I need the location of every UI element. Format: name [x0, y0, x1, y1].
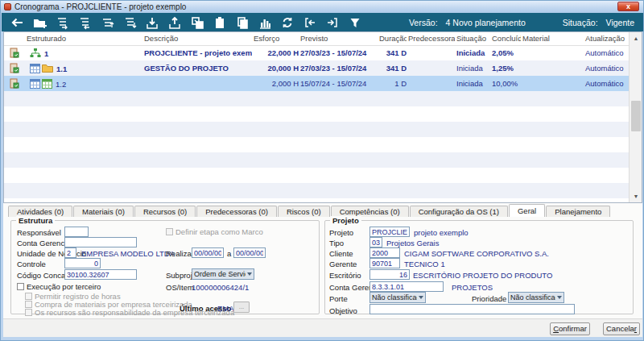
export-icon[interactable] [164, 15, 185, 31]
tab-geral[interactable]: Geral [509, 204, 545, 217]
column-header-previsto[interactable]: Previsto [299, 32, 378, 45]
outline-move-up-icon[interactable] [97, 15, 118, 31]
tab-configura-o-da-os-1[interactable]: Configuração da OS (1) [410, 206, 508, 217]
filter-icon[interactable] [345, 15, 365, 31]
tipo-label: Tipo [329, 239, 344, 247]
escritorio-name: ESCRITÓRIO PROJETO DO PRODUTO [413, 271, 552, 280]
cell-descricao: GESTÃO DO PROJETO [142, 60, 252, 76]
cell-predecessoras [407, 76, 455, 91]
empty-row [4, 183, 629, 198]
chevron-down-icon [247, 272, 252, 276]
gerente-input[interactable] [369, 258, 400, 268]
confirmar-button[interactable]: Confirmar [550, 322, 590, 335]
browse-button[interactable]: ... [233, 301, 250, 313]
tab-predecessoras-0[interactable]: Predecessoras (0) [196, 206, 277, 217]
empty-row [4, 106, 629, 122]
column-header-dura-o[interactable]: Duração [378, 32, 407, 45]
empty-row [4, 152, 629, 168]
cell-situacao: Iniciada [455, 76, 490, 91]
vertical-scrollbar[interactable]: ▲ ▼ [629, 32, 642, 202]
table-row[interactable]: 1.22,000 H15/07/24 - 15/07/241 DIniciada… [4, 76, 629, 91]
cell-duracao: 341 D [378, 60, 407, 76]
realizado-from-input[interactable] [192, 247, 224, 258]
column-header-conclu-do[interactable]: Concluído [490, 32, 521, 45]
tab-materiais-0[interactable]: Materiais (0) [73, 206, 134, 217]
column-header-situa-o[interactable]: Situação [455, 32, 490, 45]
table-row[interactable]: 1PROJCLIENTE - projeto exemplo22,000 H27… [4, 45, 629, 60]
tab-riscos-0[interactable]: Riscos (0) [278, 206, 330, 217]
controle-input[interactable] [64, 258, 101, 268]
cell-material [521, 45, 584, 60]
porte-select[interactable]: Não classificado [369, 292, 426, 303]
column-header-descri-o[interactable]: Descrição [142, 32, 252, 45]
realizado-to-input[interactable] [233, 247, 266, 258]
column-header-estruturado[interactable]: Estruturado [25, 32, 142, 45]
cell-esforco: 22,000 H [252, 45, 299, 60]
scroll-up-icon[interactable]: ▲ [630, 32, 642, 44]
responsavel-input[interactable] [64, 227, 89, 237]
os-item-value: 100000006424/1 [192, 283, 249, 292]
projeto-name: projeto exemplo [414, 228, 469, 237]
prioridade-label: Prioridade [472, 294, 506, 303]
gantt-chart-icon[interactable] [254, 15, 275, 31]
escritorio-input[interactable] [369, 269, 410, 280]
unidade-negocio-input[interactable] [64, 247, 76, 258]
close-button[interactable]: x [617, 2, 639, 11]
outline-indent-icon[interactable] [52, 15, 72, 31]
outline-move-down-icon[interactable] [119, 15, 140, 31]
copy-icon[interactable] [232, 15, 253, 31]
cancelar-button[interactable]: Cancelar [603, 322, 640, 335]
projeto-input[interactable] [369, 227, 410, 237]
import-icon[interactable] [142, 15, 163, 31]
tipo-input[interactable] [369, 237, 382, 247]
sitemap-icon [30, 48, 41, 58]
cell-estruturado: 1.2 [25, 76, 142, 91]
outline-outdent-icon[interactable] [74, 15, 95, 31]
codigo-concatenado-input[interactable] [64, 269, 137, 280]
collapse-level-icon[interactable] [299, 15, 320, 31]
cell-concluido: 1,25% [490, 60, 521, 76]
empty-row [4, 137, 629, 152]
add-stage-icon[interactable] [29, 15, 50, 31]
schedule-grid: EstruturadoDescriçãoEsforçoPrevistoDuraç… [3, 31, 642, 203]
projeto-group-title: Projeto [330, 216, 361, 225]
objetivo-input[interactable] [369, 304, 575, 314]
column-header-predecessoras[interactable]: Predecessoras [407, 32, 455, 45]
cell-situacao: Iniciada [455, 45, 490, 60]
column-header-material[interactable]: Material [521, 32, 584, 45]
conta-gerencial-input[interactable] [64, 237, 137, 247]
column-header-esfor-o[interactable]: Esforço [252, 32, 299, 45]
column-row-gutter [4, 32, 25, 45]
tab-atividades-0[interactable]: Atividades (0) [8, 206, 72, 217]
porte-label: Porte [329, 294, 348, 303]
os-sheet-icon [9, 78, 19, 89]
tab-recursos-0[interactable]: Recursos (0) [134, 206, 196, 217]
empty-row [4, 122, 629, 137]
table-row[interactable]: 1.1GESTÃO DO PROJETO20,000 H27/03/23 - 1… [4, 60, 629, 76]
scroll-down-icon[interactable]: ▼ [630, 190, 642, 202]
cell-previsto: 27/03/23 - 15/07/24 [299, 60, 378, 76]
back-icon[interactable] [6, 15, 27, 31]
paste-icon[interactable] [209, 15, 230, 31]
unidade-negocio-name: EMPRESA MODELO LTDA [81, 249, 175, 258]
scroll-thumb[interactable] [631, 101, 641, 131]
version-value: 4 Novo planejamento [446, 18, 526, 27]
empty-row [4, 168, 629, 183]
expand-level-icon[interactable] [322, 15, 343, 31]
execucao-terceiro-checkbox[interactable]: Execução por terceiro [17, 282, 101, 291]
column-header-atualiza-o[interactable]: Atualização [584, 32, 629, 45]
subprojeto-select[interactable]: Ordem de Serviço [192, 268, 254, 280]
transfer-icon[interactable] [187, 15, 208, 31]
cell-atualizacao: Automático [584, 76, 629, 91]
conta-gerencial-projeto-input[interactable] [369, 281, 444, 292]
cliente-input[interactable] [369, 247, 400, 258]
tab-planejamento[interactable]: Planejamento [546, 206, 610, 217]
estrutura-group-title: Estrutura [16, 216, 55, 225]
refresh-icon[interactable] [277, 15, 298, 31]
tab-compet-ncias-0[interactable]: Competências (0) [331, 206, 409, 217]
titlebar: Cronograma - PROJCLIENTE - projeto exemp… [1, 1, 643, 13]
cell-descricao: PROJCLIENTE - projeto exemplo [142, 45, 252, 60]
prioridade-select[interactable]: Não classificada [508, 292, 564, 303]
cell-estruturado: 1 [25, 45, 142, 60]
os-item-label: OS/Item [166, 283, 194, 292]
